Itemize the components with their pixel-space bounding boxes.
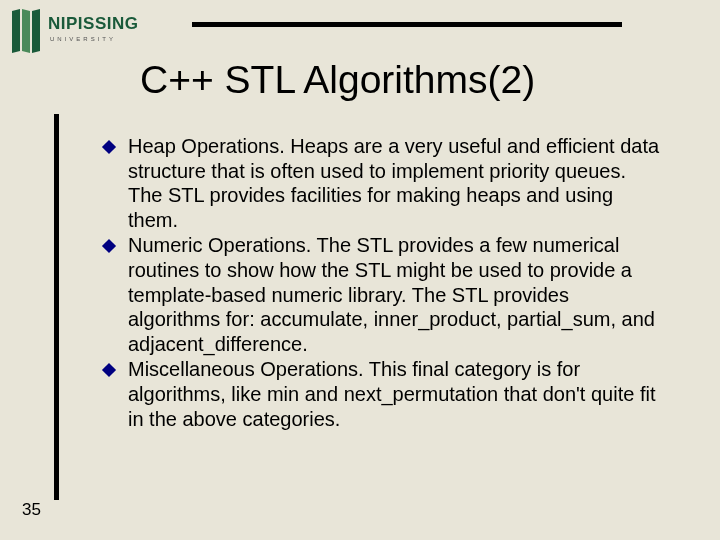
logo-text: NIPISSING [48, 14, 138, 34]
bullet-text: Numeric Operations. The STL provides a f… [128, 233, 664, 356]
list-item: Miscellaneous Operations. This final cat… [104, 357, 664, 431]
bullet-icon [102, 140, 116, 154]
list-item: Heap Operations. Heaps are a very useful… [104, 134, 664, 232]
page-number: 35 [22, 500, 41, 520]
logo-subtext: UNIVERSITY [50, 36, 116, 42]
bullet-text: Miscellaneous Operations. This final cat… [128, 357, 664, 431]
bullet-icon [102, 363, 116, 377]
slide: NIPISSING UNIVERSITY C++ STL Algorithms(… [0, 0, 720, 540]
slide-body: Heap Operations. Heaps are a very useful… [104, 134, 664, 432]
list-item: Numeric Operations. The STL provides a f… [104, 233, 664, 356]
slide-title: C++ STL Algorithms(2) [140, 58, 680, 102]
vertical-rule [54, 114, 59, 500]
bullet-text: Heap Operations. Heaps are a very useful… [128, 134, 664, 232]
university-logo: NIPISSING UNIVERSITY [12, 10, 187, 52]
bullet-icon [102, 239, 116, 253]
logo-mark-icon [12, 10, 42, 52]
horizontal-rule [192, 22, 622, 27]
